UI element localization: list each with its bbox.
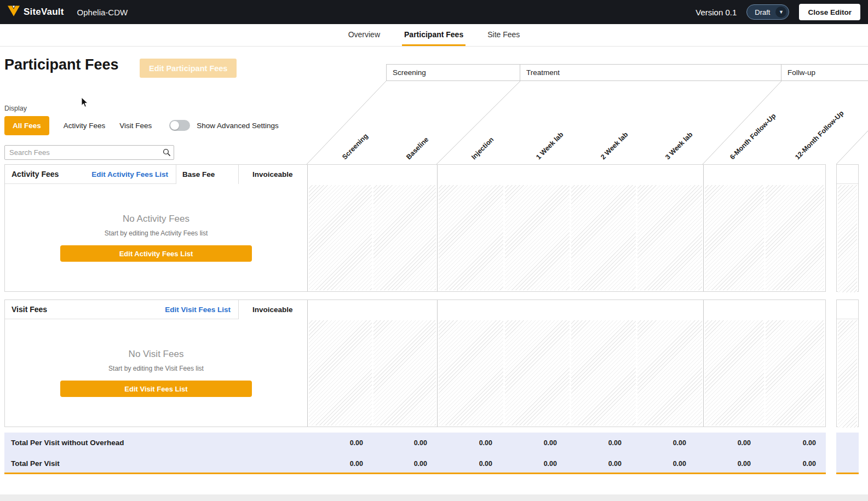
- total-value: 0.00: [718, 433, 751, 453]
- visit-column-label: Baseline: [405, 136, 430, 161]
- partial-next-epoch-column: [836, 300, 859, 427]
- visit-column-label: Screening: [341, 132, 370, 161]
- hatch-cell: [838, 320, 857, 428]
- filter-activity-fees[interactable]: Activity Fees: [64, 122, 106, 130]
- version-label: Version 0.1: [695, 8, 737, 17]
- top-bar: SiteVault Ophelia-CDW Version 0.1 Draft …: [0, 0, 868, 24]
- partial-next-epoch-column: [836, 164, 859, 292]
- activity-fees-table: Activity Fees Edit Activity Fees List Ba…: [4, 164, 826, 292]
- activity-fees-empty-state: No Activity Fees Start by editing the Ac…: [5, 184, 307, 291]
- fee-filter-segment: All Fees Activity Fees Visit Fees Show A…: [4, 116, 279, 135]
- mouse-cursor: [81, 97, 89, 108]
- total-value: 0.00: [459, 453, 492, 474]
- total-per-visit-row: Total Per Visit 0.00 0.00 0.00 0.00 0.00…: [4, 453, 826, 474]
- column-divider: [238, 300, 239, 319]
- hatch-cell: [571, 185, 636, 290]
- hatch-cell: [637, 185, 702, 290]
- visit-column-label: 6-Month Follow-Up: [728, 112, 777, 161]
- chevron-down-icon: ▼: [775, 7, 786, 18]
- status-dropdown[interactable]: Draft ▼: [746, 4, 789, 20]
- sitevault-logo-icon: [8, 5, 20, 19]
- visit-column-label: 3 Week lab: [664, 131, 694, 161]
- sitevault-logo: SiteVault: [8, 5, 64, 19]
- hatch-cell: [373, 185, 436, 290]
- total-value: 0.00: [394, 453, 427, 474]
- empty-state-title: No Visit Fees: [129, 349, 184, 360]
- hatch-cell: [373, 320, 436, 425]
- empty-state-title: No Activity Fees: [123, 214, 189, 224]
- total-value: 0.00: [394, 433, 427, 453]
- empty-state-subtitle: Start by editing the Activity Fees list: [105, 229, 208, 237]
- visit-fees-table: Visit Fees Edit Visit Fees List Invoicea…: [4, 300, 826, 427]
- hatch-cell: [309, 185, 372, 290]
- logo-text: SiteVault: [24, 7, 64, 18]
- toggle-knob: [170, 121, 179, 130]
- total-value: 0.00: [524, 453, 557, 474]
- empty-state-subtitle: Start by editing the Visit Fees list: [108, 365, 204, 372]
- hatch-group-treatment: [438, 319, 703, 427]
- edit-visit-fees-list-link[interactable]: Edit Visit Fees List: [165, 306, 238, 314]
- total-per-visit-without-overhead-row: Total Per Visit without Overhead 0.00 0.…: [4, 433, 826, 453]
- partial-totals-column: [836, 433, 859, 474]
- close-editor-button[interactable]: Close Editor: [799, 4, 860, 20]
- partial-column-header: [837, 300, 858, 319]
- edit-activity-fees-list-link[interactable]: Edit Activity Fees List: [91, 170, 176, 178]
- participant-fees-page: Participant Fees Edit Participant Fees S…: [0, 47, 868, 501]
- tab-bar: Overview Participant Fees Site Fees: [0, 24, 868, 47]
- visit-column-label: 12-Month Follow-Up: [794, 110, 845, 161]
- total-value: 0.00: [718, 453, 751, 474]
- hatch-cell: [439, 320, 503, 425]
- hatch-cell: [637, 320, 702, 425]
- invoiceable-column-header: Invoiceable: [252, 300, 293, 319]
- total-value: 0.00: [589, 433, 622, 453]
- edit-visit-fees-list-button[interactable]: Edit Visit Fees List: [60, 381, 252, 397]
- totals-section: Total Per Visit without Overhead 0.00 0.…: [4, 433, 826, 474]
- total-value: 0.00: [589, 453, 622, 474]
- study-name: Ophelia-CDW: [77, 8, 128, 17]
- total-value: 0.00: [524, 433, 557, 453]
- total-value: 0.00: [330, 433, 363, 453]
- visit-fees-title: Visit Fees: [5, 305, 47, 314]
- visit-column-label: 2 Week lab: [599, 131, 629, 161]
- activity-fees-title: Activity Fees: [5, 170, 59, 178]
- hatch-group-followup: [704, 184, 825, 291]
- tab-site-fees[interactable]: Site Fees: [485, 24, 522, 46]
- epoch-header-followup: Follw-up: [781, 64, 868, 81]
- hatch-cell: [505, 320, 570, 425]
- horizontal-scrollbar-track[interactable]: [0, 494, 868, 501]
- totals-row-label: Total Per Visit without Overhead: [11, 433, 124, 453]
- activity-fees-header-cell: Activity Fees Edit Activity Fees List: [5, 165, 176, 184]
- hatch-group-treatment: [438, 184, 703, 291]
- show-advanced-settings-label: Show Advanced Settings: [197, 122, 278, 130]
- hatch-cell: [439, 185, 503, 290]
- visit-fees-empty-state: No Visit Fees Start by editing the Visit…: [5, 319, 307, 427]
- visit-fees-header-cell: Visit Fees Edit Visit Fees List: [5, 300, 238, 319]
- hatch-cell: [766, 320, 825, 425]
- search-icon[interactable]: [159, 148, 174, 157]
- epoch-header-treatment: Treatment: [520, 64, 781, 81]
- display-label: Display: [4, 105, 27, 112]
- epoch-header-screening: Screening: [386, 64, 520, 81]
- hatch-group-followup: [704, 319, 825, 427]
- search-fees-input[interactable]: [5, 148, 159, 157]
- total-value: 0.00: [330, 453, 363, 474]
- filter-visit-fees[interactable]: Visit Fees: [119, 122, 152, 130]
- hatch-cell: [505, 185, 570, 290]
- hatch-cell: [309, 320, 372, 425]
- tab-participant-fees[interactable]: Participant Fees: [402, 24, 465, 46]
- total-value: 0.00: [653, 453, 686, 474]
- total-value: 0.00: [459, 433, 492, 453]
- edit-participant-fees-button[interactable]: Edit Participant Fees: [140, 59, 237, 78]
- column-divider: [238, 165, 239, 184]
- show-advanced-settings-toggle[interactable]: [169, 120, 190, 131]
- visit-column-label: Injection: [470, 136, 495, 161]
- page-title: Participant Fees: [4, 56, 119, 73]
- visit-column-label: 1 Week lab: [534, 131, 565, 161]
- totals-row-label: Total Per Visit: [11, 453, 60, 474]
- filter-all-fees[interactable]: All Fees: [4, 116, 49, 135]
- hatch-group-screening: [308, 184, 437, 291]
- tab-overview[interactable]: Overview: [346, 24, 382, 46]
- edit-activity-fees-list-button[interactable]: Edit Activity Fees List: [60, 245, 252, 262]
- total-value: 0.00: [783, 433, 816, 453]
- invoiceable-column-header: Invoiceable: [252, 165, 293, 184]
